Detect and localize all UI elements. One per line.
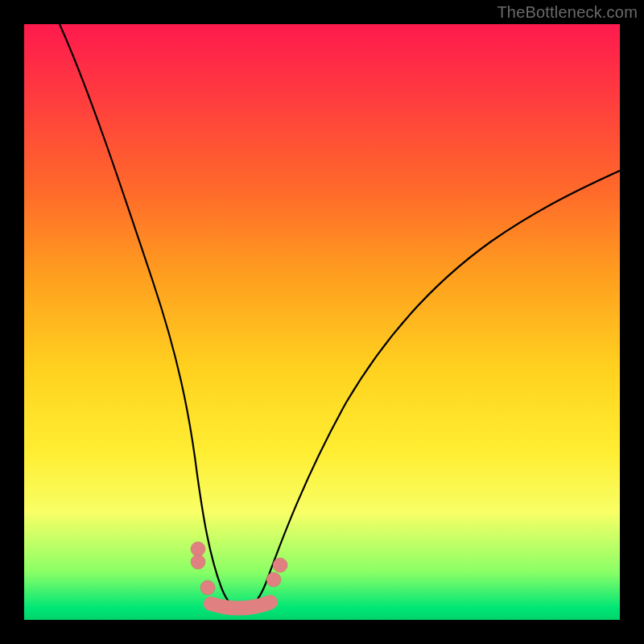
svg-point-4 (273, 558, 287, 572)
svg-point-2 (200, 580, 215, 595)
chart-frame: TheBottleneck.com (0, 0, 644, 644)
svg-point-0 (191, 542, 205, 556)
right-curve (242, 171, 620, 610)
watermark-text: TheBottleneck.com (497, 3, 638, 22)
curve-layer (24, 24, 620, 620)
left-dot-cluster (191, 542, 215, 595)
plot-area (24, 24, 620, 620)
left-curve (60, 24, 242, 610)
svg-point-1 (191, 555, 205, 569)
svg-point-3 (266, 572, 281, 587)
minimum-band (211, 602, 270, 609)
